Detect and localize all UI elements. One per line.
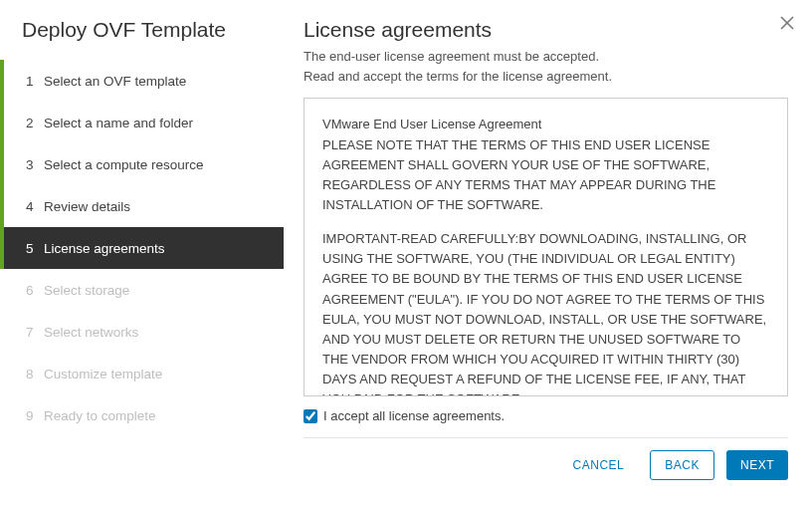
wizard-step-8: 8 Customize template <box>0 353 284 394</box>
back-button[interactable]: BACK <box>650 450 714 480</box>
license-paragraph: VMware End User License Agreement <box>322 115 769 134</box>
license-paragraph: IMPORTANT-READ CAREFULLY:BY DOWNLOADING,… <box>322 229 769 396</box>
page-title: License agreements <box>304 18 788 42</box>
step-label: Review details <box>44 199 130 214</box>
cancel-button[interactable]: CANCEL <box>559 450 639 480</box>
wizard-title: Deploy OVF Template <box>0 18 284 60</box>
step-label: Select storage <box>44 283 129 298</box>
page-subtitle-2: Read and accept the terms for the licens… <box>304 68 788 86</box>
step-label: Ready to complete <box>44 408 156 423</box>
wizard-content: License agreements The end-user license … <box>284 0 812 507</box>
step-label: Select a compute resource <box>44 157 204 172</box>
wizard-step-6: 6 Select storage <box>0 269 284 311</box>
license-paragraph: PLEASE NOTE THAT THE TERMS OF THIS END U… <box>322 135 769 216</box>
step-number: 5 <box>26 241 44 256</box>
accept-license-label: I accept all license agreements. <box>323 408 505 423</box>
step-number: 9 <box>26 408 44 423</box>
wizard-sidebar: Deploy OVF Template 1 Select an OVF temp… <box>0 0 284 507</box>
step-number: 1 <box>26 74 44 89</box>
step-label: Select a name and folder <box>44 116 193 130</box>
license-textbox[interactable]: VMware End User License Agreement PLEASE… <box>304 98 788 396</box>
step-number: 8 <box>26 367 44 381</box>
step-number: 4 <box>26 199 44 214</box>
accept-license-checkbox[interactable] <box>304 409 317 423</box>
deploy-ovf-modal: Deploy OVF Template 1 Select an OVF temp… <box>0 0 812 507</box>
step-label: License agreements <box>44 241 165 256</box>
step-label: Customize template <box>44 367 162 381</box>
page-subtitle-1: The end-user license agreement must be a… <box>304 48 788 66</box>
wizard-step-1[interactable]: 1 Select an OVF template <box>0 60 284 102</box>
wizard-footer: CANCEL BACK NEXT <box>304 437 788 480</box>
wizard-step-2[interactable]: 2 Select a name and folder <box>0 102 284 143</box>
wizard-steps: 1 Select an OVF template2 Select a name … <box>0 60 284 436</box>
wizard-step-5[interactable]: 5 License agreements <box>0 227 284 269</box>
accept-license-row[interactable]: I accept all license agreements. <box>304 408 788 423</box>
step-number: 7 <box>26 325 44 340</box>
close-icon[interactable] <box>780 16 794 34</box>
wizard-step-7: 7 Select networks <box>0 311 284 353</box>
step-number: 2 <box>26 116 44 130</box>
wizard-step-4[interactable]: 4 Review details <box>0 185 284 227</box>
step-label: Select networks <box>44 325 138 340</box>
step-number: 6 <box>26 283 44 298</box>
wizard-step-3[interactable]: 3 Select a compute resource <box>0 143 284 185</box>
step-label: Select an OVF template <box>44 74 186 89</box>
wizard-step-9: 9 Ready to complete <box>0 394 284 436</box>
step-number: 3 <box>26 157 44 172</box>
next-button[interactable]: NEXT <box>726 450 788 480</box>
